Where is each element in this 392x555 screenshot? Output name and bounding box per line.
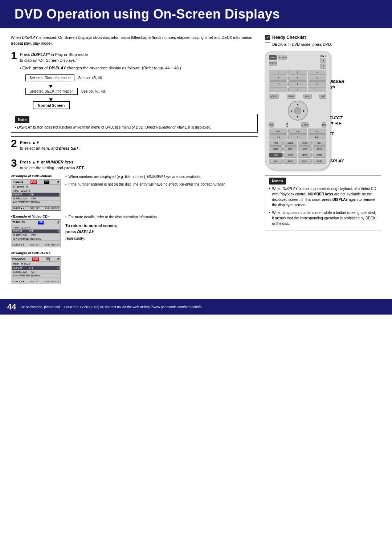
btn-pause[interactable]: ⏸ bbox=[288, 134, 307, 139]
vcd-bottom: SELECT:▲▼SET : SETEND : DISPLAY bbox=[12, 243, 60, 246]
ram-top: PROGRAM: DVD CR ↺ bbox=[12, 258, 60, 262]
ram-spacer bbox=[12, 278, 60, 279]
display-row: DISP INPUT SETUP RTRN bbox=[269, 153, 326, 158]
btn-0[interactable]: 0 bbox=[288, 87, 307, 92]
btn-input[interactable]: INPUT bbox=[283, 153, 297, 158]
btn-menu[interactable]: MENU bbox=[303, 94, 312, 99]
btn-angle[interactable]: ANGLE bbox=[283, 141, 297, 146]
btn-power[interactable]: PWR bbox=[269, 55, 277, 60]
btn-ff[interactable]: ▼▼ bbox=[288, 129, 307, 134]
btn-open-close[interactable]: ▲OPEN bbox=[278, 55, 287, 60]
dvd-ram-screen: PROGRAM: DVD CR ↺ TIME 01:23:45 REPEAT O… bbox=[11, 256, 61, 284]
step-2-content: Press ▲▼ to select an item, and press SE… bbox=[20, 139, 80, 151]
bottom-row: REC SPEED PROG RESET bbox=[269, 159, 326, 164]
flow-box-normal: Normal Screen bbox=[33, 101, 70, 109]
btn-clear[interactable]: CLEAR bbox=[287, 94, 296, 99]
note-label: Note bbox=[15, 116, 29, 123]
return-section: To return to normal screen,press DISPLAY… bbox=[65, 223, 258, 242]
remote-nav: ▲ ▼ ◄ ► bbox=[269, 101, 326, 121]
step-1-number: 1 bbox=[11, 50, 17, 61]
remote-middle-row: ACTION CLEAR MENU LIST bbox=[269, 94, 326, 99]
btn-zoom[interactable]: ZOOM bbox=[298, 141, 312, 146]
btn-vcr-mode[interactable]: VCR bbox=[269, 122, 274, 127]
btn-minus[interactable]: - bbox=[269, 87, 287, 92]
btn-prog[interactable]: PROG bbox=[298, 159, 312, 164]
btn-speed[interactable]: SPEED bbox=[283, 159, 297, 164]
remote-top-left: PWR ▲OPEN VCR TV bbox=[269, 55, 287, 69]
btn-vcr[interactable]: VCR bbox=[269, 61, 274, 66]
btn-action[interactable]: ACTION bbox=[269, 94, 279, 99]
video-cd-notes: • For more details, refer to the disc op… bbox=[65, 214, 258, 242]
step-1: 1 Press DISPLAY* in Play or Stop modeto … bbox=[11, 52, 258, 110]
step-3-number: 3 bbox=[11, 158, 17, 169]
flow-note-deck: See pp. 47, 48. bbox=[81, 89, 106, 93]
btn-return[interactable]: RTRN bbox=[313, 153, 326, 158]
step-2: 2 Press ▲▼ to select an item, and press … bbox=[11, 139, 258, 151]
vcr-dvd-row: VCR ■ ► PLAY DVD bbox=[269, 122, 326, 127]
section-divider-2 bbox=[11, 156, 258, 156]
example-dvd-ram: <Example of DVD-RAM> PROGRAM: DVD CR ↺ T… bbox=[11, 251, 258, 284]
footer-content: 44 For assistance, please call : 1-800-2… bbox=[7, 302, 385, 312]
btn-play[interactable]: ► PLAY bbox=[301, 122, 309, 127]
btn-audio[interactable]: AUDIO bbox=[269, 146, 283, 151]
btn-7[interactable]: 7 bbox=[269, 81, 287, 86]
btn-reset[interactable]: RESET bbox=[313, 159, 326, 164]
btn-1[interactable]: 1 bbox=[269, 70, 287, 75]
video-cd-label: <Example of Video CD> bbox=[11, 214, 49, 218]
btn-2[interactable]: 2 bbox=[288, 70, 307, 75]
btn-6[interactable]: 6 bbox=[308, 76, 326, 81]
btn-slow-rev[interactable]: ◄◄| bbox=[269, 129, 287, 134]
checklist-item-1-text: DECK is in DVD mode, press DVD. bbox=[272, 42, 332, 46]
vr4: A/V OPTIMIZER:NORMAL bbox=[12, 237, 60, 241]
btn-setup[interactable]: SETUP bbox=[298, 153, 312, 158]
nav-circle[interactable]: ▲ ▼ ◄ ► bbox=[288, 101, 308, 121]
example-dvd-video: <Example of DVD-Video> TITLE: 12 DVD VHS… bbox=[11, 174, 258, 211]
vr3: SURROUND OFF bbox=[12, 234, 60, 237]
btn-ch-up[interactable]: ▲ bbox=[320, 58, 326, 63]
dvd-ram-label: <Example of DVD-RAM> bbox=[11, 251, 50, 255]
btn-dvd-mode[interactable]: DVD bbox=[322, 122, 326, 127]
btn-title[interactable]: TITLE bbox=[269, 141, 283, 146]
btn-repeat[interactable]: REPT bbox=[298, 146, 312, 151]
btn-navi[interactable]: NAVI bbox=[313, 141, 326, 146]
btn-plus[interactable]: + bbox=[308, 87, 326, 92]
step-1-bullet: • Each press of DISPLAY changes the on-s… bbox=[20, 65, 181, 71]
dvd-ram-screen-wrap: <Example of DVD-RAM> PROGRAM: DVD CR ↺ T… bbox=[11, 251, 61, 284]
step-1-header: 1 Press DISPLAY* in Play or Stop modeto … bbox=[11, 52, 258, 71]
btn-subtitle[interactable]: SUBT bbox=[283, 146, 297, 151]
btn-9[interactable]: 9 bbox=[308, 81, 326, 86]
step-3-content: Press ▲▼ or NUMBER keys to select the se… bbox=[20, 159, 85, 171]
btn-display[interactable]: DISP bbox=[269, 153, 283, 158]
footer-text: For assistance, please call : 1-800-211-… bbox=[20, 305, 201, 309]
btn-list[interactable]: LIST bbox=[319, 94, 326, 99]
btn-rec[interactable]: REC bbox=[269, 159, 283, 164]
btn-5[interactable]: 5 bbox=[288, 76, 307, 81]
btn-stop[interactable]: ■ bbox=[286, 122, 288, 127]
btn-enter[interactable]: ENTR bbox=[313, 146, 326, 151]
btn-ch-down[interactable]: ▼ bbox=[320, 64, 326, 69]
spacer bbox=[12, 204, 60, 206]
page-title: DVD Operation using On-Screen Displays bbox=[15, 7, 377, 22]
btn-4[interactable]: 4 bbox=[269, 76, 287, 81]
checklist-item-1: DECK is in DVD mode, press DVD. bbox=[265, 42, 381, 47]
dvd-video-top: TITLE: 12 DVD VHS ↺ bbox=[12, 181, 60, 185]
btn-tv[interactable]: TV bbox=[274, 61, 277, 66]
remote-ch-label: CH▲▼ bbox=[320, 55, 326, 57]
nav-center[interactable] bbox=[294, 107, 301, 114]
btn-8[interactable]: 8 bbox=[288, 81, 307, 86]
nav-down-arrow: ▼ bbox=[296, 115, 299, 118]
btn-rew[interactable]: ◄◄ bbox=[269, 134, 287, 139]
notes-label: Notes bbox=[269, 178, 286, 185]
section-divider-1 bbox=[11, 136, 258, 137]
btn-fwd[interactable]: ▶▶ bbox=[308, 134, 326, 139]
btn-slow-fwd[interactable]: |▼▼ bbox=[308, 129, 326, 134]
notes-item-1: • When DISPLAY button is pressed during … bbox=[269, 186, 377, 208]
nav-up-arrow: ▲ bbox=[296, 103, 299, 106]
remote-top-right: CH▲▼ ▲ ▼ bbox=[320, 55, 326, 69]
example-video-cd: <Example of Video CD> TRACK: 05 VCD ↺ TI… bbox=[11, 214, 258, 247]
r5: A/V OPTIMIZER:NORMAL bbox=[12, 200, 60, 204]
remote-body: PWR ▲OPEN VCR TV CH▲▼ ▲ bbox=[265, 52, 323, 170]
dvd-video-bottom: SELECT:▲▼SET : SETEND : DISPLAY bbox=[12, 206, 60, 209]
note-2: • If the number entered is not on the di… bbox=[65, 182, 258, 187]
btn-3[interactable]: 3 bbox=[308, 70, 326, 75]
